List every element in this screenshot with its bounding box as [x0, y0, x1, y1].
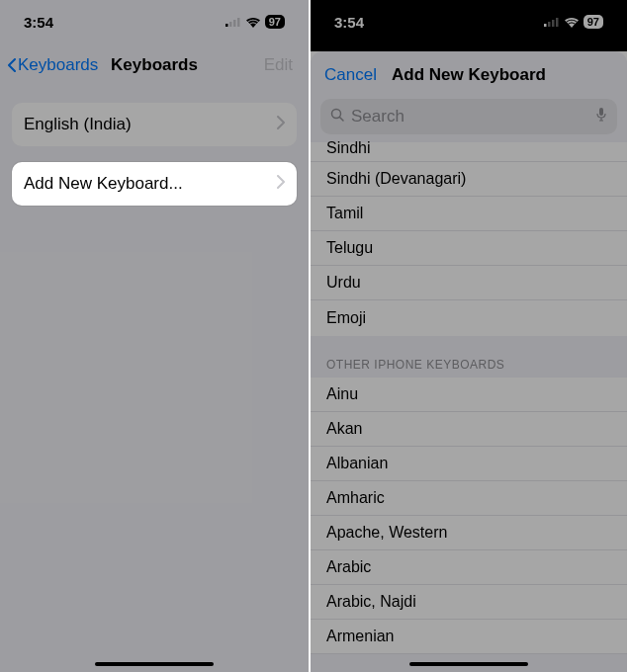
search-wrap — [311, 99, 627, 142]
chevron-right-icon — [277, 174, 285, 194]
list-item[interactable]: Tamil — [311, 197, 627, 231]
keyboard-row-english[interactable]: English (India) — [12, 103, 297, 146]
keyboard-list[interactable]: Sindhi Sindhi (Devanagari) Tamil Telugu … — [311, 142, 627, 654]
list-item[interactable]: Apache, Western — [311, 516, 627, 550]
chevron-right-icon — [277, 115, 285, 134]
list-item[interactable]: Arabic, Najdi — [311, 585, 627, 620]
svg-rect-4 — [544, 24, 547, 27]
sheet-header: Cancel Add New Keyboard — [311, 51, 627, 99]
keyboard-name: Albanian — [326, 455, 388, 472]
list-item[interactable]: Akan — [311, 412, 627, 447]
status-bar: 3:54 97 — [311, 0, 627, 43]
svg-rect-10 — [599, 108, 603, 116]
svg-rect-6 — [552, 20, 555, 27]
keyboard-name: Tamil — [326, 205, 363, 222]
add-new-keyboard-label: Add New Keyboard... — [24, 174, 183, 194]
svg-rect-2 — [233, 20, 236, 27]
keyboard-name: Urdu — [326, 274, 361, 292]
keyboard-name: Apache, Western — [326, 524, 447, 542]
wifi-icon — [564, 16, 580, 28]
svg-rect-0 — [225, 24, 228, 27]
keyboard-name: Emoji — [326, 309, 366, 327]
svg-rect-3 — [237, 18, 240, 27]
status-time: 3:54 — [334, 14, 364, 31]
keyboard-name: Ainu — [326, 385, 358, 403]
nav-header: Keyboards Keyboards Edit — [0, 43, 309, 87]
add-new-keyboard-button[interactable]: Add New Keyboard... — [12, 162, 297, 206]
list-item[interactable]: Amharic — [311, 481, 627, 516]
svg-rect-1 — [229, 22, 232, 27]
mic-icon[interactable] — [595, 107, 607, 126]
keyboard-name: Arabic — [326, 558, 371, 576]
list-item[interactable]: Urdu — [311, 266, 627, 300]
cellular-icon — [544, 17, 560, 27]
sheet-backdrop — [311, 43, 627, 51]
search-icon — [330, 108, 345, 126]
search-input[interactable] — [351, 107, 589, 126]
battery-icon: 97 — [584, 15, 603, 29]
add-keyboard-sheet: Cancel Add New Keyboard Sindhi Sindhi (D… — [311, 51, 627, 672]
list-item[interactable]: Telugu — [311, 231, 627, 266]
search-field[interactable] — [320, 99, 617, 134]
keyboard-name: English (India) — [24, 115, 132, 134]
left-phone-screenshot: 3:54 97 Keyboards Keyboards Edit English… — [0, 0, 311, 672]
section-gap — [311, 336, 627, 352]
right-phone-screenshot: 3:54 97 Cancel Add New Keyboard S — [311, 0, 627, 672]
list-item[interactable]: Arabic — [311, 550, 627, 585]
svg-rect-5 — [548, 22, 551, 27]
list-item[interactable]: Armenian — [311, 620, 627, 654]
keyboard-name: Arabic, Najdi — [326, 593, 416, 611]
keyboard-name: Akan — [326, 420, 362, 438]
svg-rect-7 — [556, 18, 559, 27]
list-item-emoji[interactable]: Emoji — [311, 300, 627, 336]
home-indicator[interactable] — [95, 662, 214, 666]
keyboards-settings-screen: Keyboards Keyboards Edit English (India)… — [0, 43, 309, 672]
list-item[interactable]: Albanian — [311, 447, 627, 481]
list-item[interactable]: Sindhi (Devanagari) — [311, 162, 627, 197]
wifi-icon — [245, 16, 261, 28]
keyboard-name: Telugu — [326, 239, 373, 257]
sheet-title: Add New Keyboard — [311, 65, 627, 85]
list-item[interactable]: Ainu — [311, 378, 627, 412]
svg-line-9 — [340, 117, 344, 121]
status-indicators: 97 — [544, 15, 603, 29]
status-bar: 3:54 97 — [0, 0, 309, 43]
keyboard-name: Armenian — [326, 628, 394, 645]
cellular-icon — [225, 17, 241, 27]
keyboard-name: Sindhi — [326, 139, 370, 157]
status-time: 3:54 — [24, 14, 53, 31]
home-indicator[interactable] — [409, 662, 528, 666]
section-header-other: OTHER IPHONE KEYBOARDS — [311, 352, 627, 378]
battery-icon: 97 — [265, 15, 285, 29]
keyboard-name: Amharic — [326, 489, 385, 507]
page-title: Keyboards — [0, 55, 309, 75]
status-indicators: 97 — [225, 15, 285, 29]
list-item[interactable]: Sindhi — [311, 142, 627, 162]
keyboard-name: Sindhi (Devanagari) — [326, 170, 466, 188]
